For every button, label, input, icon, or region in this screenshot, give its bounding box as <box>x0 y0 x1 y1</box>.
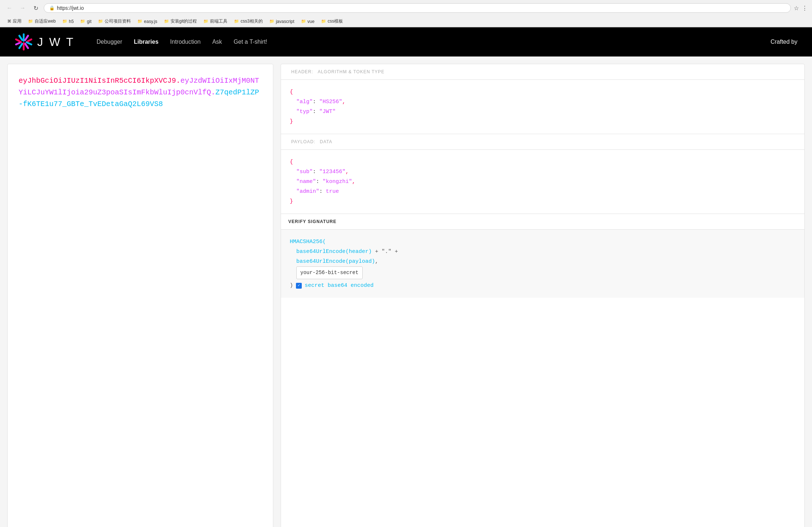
open-brace: { <box>290 89 293 95</box>
crafted-by-text: Crafted by <box>770 39 797 45</box>
folder-icon: 📁 <box>80 19 85 24</box>
bookmark-git[interactable]: 📁 git <box>77 18 94 25</box>
back-button[interactable]: ← <box>4 3 15 13</box>
main-content: eyJhbGciOiJIUzI1NiIsInR5cCI6IkpXVCJ9.eyJ… <box>0 56 812 527</box>
header-section-content[interactable]: { "alg": "HS256", "typ": "JWT" } <box>281 80 804 134</box>
url-text: https://jwt.io <box>57 5 785 11</box>
bookmark-frontend-tools[interactable]: 📁 前端工具 <box>200 17 230 25</box>
bookmark-javascript[interactable]: 📁 javascript <box>266 18 297 25</box>
encoded-jwt-panel[interactable]: eyJhbGciOiJIUzI1NiIsInR5cCI6IkpXVCJ9.eyJ… <box>7 64 273 527</box>
verify-label: VERIFY SIGNATURE <box>288 219 336 224</box>
bookmark-css3[interactable]: 📁 css3相关的 <box>231 17 266 25</box>
site-nav: Debugger Libraries Introduction Ask Get … <box>97 39 770 45</box>
nav-tshirt[interactable]: Get a T-shirt! <box>234 39 267 45</box>
secret-encoded-label: secret base64 encoded <box>305 281 374 290</box>
nav-ask[interactable]: Ask <box>212 39 222 45</box>
bookmark-vue[interactable]: 📁 vue <box>298 18 317 25</box>
close-brace: } <box>290 118 293 125</box>
svg-line-2 <box>27 39 31 42</box>
comma1: , <box>342 99 346 105</box>
bookmark-label: git <box>87 19 91 24</box>
base64-header: base64UrlEncode(header) <box>296 249 372 255</box>
browser-menu-button[interactable]: ⋮ <box>802 5 808 12</box>
folder-icon: 📁 <box>301 19 306 24</box>
bookmark-label: css3相关的 <box>241 18 263 24</box>
colon5: : <box>319 188 326 195</box>
folder-icon: 📁 <box>203 19 208 24</box>
bookmarks-bar: ⌘ 应用 📁 自适应web 📁 h5 📁 git 📁 公司项目资料 📁 easy… <box>0 16 812 27</box>
svg-line-4 <box>25 44 28 48</box>
admin-value: true <box>326 188 339 195</box>
payload-sublabel: DATA <box>320 139 332 144</box>
bookmark-apps-label: 应用 <box>13 18 22 24</box>
name-key: "name" <box>296 179 316 185</box>
colon3: : <box>313 169 319 175</box>
folder-icon: 📁 <box>137 19 143 24</box>
bookmark-label: vue <box>308 19 315 24</box>
payload-section-content[interactable]: { "sub": "123456", "name": "kongzhi", "a… <box>281 150 804 214</box>
lock-icon: 🔒 <box>49 5 55 11</box>
folder-icon: 📁 <box>234 19 239 24</box>
bookmark-git-install[interactable]: 📁 安装git的过程 <box>161 17 200 25</box>
folder-icon: 📁 <box>269 19 274 24</box>
folder-icon: 📁 <box>98 19 103 24</box>
typ-key: "typ" <box>296 109 313 115</box>
nav-debugger[interactable]: Debugger <box>97 39 122 45</box>
sub-key: "sub" <box>296 169 313 175</box>
refresh-button[interactable]: ↻ <box>31 3 41 13</box>
typ-value: "JWT" <box>319 109 336 115</box>
jwt-token-display: eyJhbGciOiJIUzI1NiIsInR5cCI6IkpXVCJ9.eyJ… <box>19 75 262 110</box>
admin-key: "admin" <box>296 188 319 195</box>
bookmark-label: javascript <box>276 19 294 24</box>
svg-line-6 <box>19 44 22 48</box>
bookmark-label: 安装git的过程 <box>171 18 197 24</box>
forward-button[interactable]: → <box>17 3 28 13</box>
svg-line-8 <box>16 39 21 42</box>
bookmark-label: 公司项目资料 <box>105 18 131 24</box>
bookmark-adaptive-web[interactable]: 📁 自适应web <box>25 17 59 25</box>
folder-icon: 📁 <box>28 19 33 24</box>
bookmark-star-button[interactable]: ☆ <box>794 5 799 12</box>
alg-value: "HS256" <box>319 99 342 105</box>
jwt-logo-icon <box>15 33 33 51</box>
bookmark-easyjs[interactable]: 📁 easy.js <box>134 18 160 25</box>
comma2: , <box>346 169 349 175</box>
folder-icon: 📁 <box>321 19 326 24</box>
name-value: "kongzhi" <box>323 179 352 185</box>
site-header: J W T Debugger Libraries Introduction As… <box>0 27 812 56</box>
comma-end: , <box>375 258 378 265</box>
close-paren: ) <box>290 281 293 290</box>
apps-icon: ⌘ <box>7 19 11 24</box>
sub-value: "123456" <box>319 169 346 175</box>
bookmark-company[interactable]: 📁 公司项目资料 <box>95 17 134 25</box>
bookmark-css-template[interactable]: 📁 css模板 <box>318 17 346 25</box>
folder-icon: 📁 <box>164 19 169 24</box>
header-section-label: HEADER: ALGORITHM & TOKEN TYPE <box>281 64 804 80</box>
site-logo[interactable]: J W T <box>15 33 75 51</box>
close-brace-2: } <box>290 198 293 204</box>
nav-introduction[interactable]: Introduction <box>170 39 201 45</box>
colon1: : <box>313 99 319 105</box>
address-bar[interactable]: 🔒 https://jwt.io <box>44 3 791 13</box>
bookmark-apps[interactable]: ⌘ 应用 <box>4 17 24 25</box>
secret-input[interactable]: your-256-bit-secret <box>296 266 363 279</box>
colon2: : <box>313 109 319 115</box>
checkbox-row: ) ✓ secret base64 encoded <box>290 281 796 290</box>
bookmark-label: css模板 <box>328 18 343 24</box>
bookmark-h5[interactable]: 📁 h5 <box>59 18 77 25</box>
svg-line-7 <box>16 42 21 44</box>
payload-label: PAYLOAD: <box>291 139 315 144</box>
bookmark-label: 自适应web <box>35 18 56 24</box>
header-sublabel: ALGORITHM & TOKEN TYPE <box>318 69 384 74</box>
bookmark-label: easy.js <box>144 19 157 24</box>
payload-section-label: PAYLOAD: DATA <box>281 134 804 150</box>
logo-text: J W T <box>37 35 75 49</box>
header-label: HEADER: <box>291 69 313 74</box>
bookmark-label: 前端工具 <box>210 18 227 24</box>
hmac-func: HMACSHA256( <box>290 239 326 245</box>
base64-checkbox[interactable]: ✓ <box>296 283 302 289</box>
decoded-jwt-panel: HEADER: ALGORITHM & TOKEN TYPE { "alg": … <box>281 64 805 527</box>
nav-libraries[interactable]: Libraries <box>134 39 159 45</box>
svg-line-1 <box>25 36 28 40</box>
verify-section-label: VERIFY SIGNATURE <box>281 214 804 230</box>
